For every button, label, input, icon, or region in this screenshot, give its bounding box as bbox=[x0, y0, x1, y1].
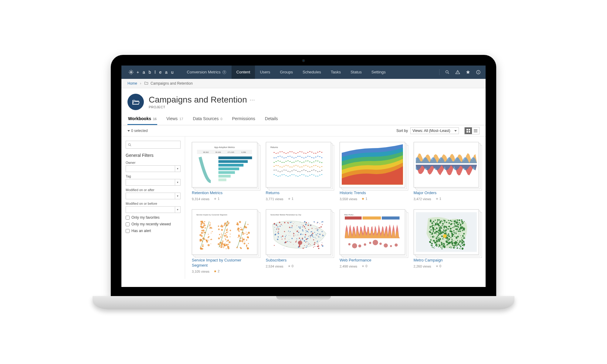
svg-point-530 bbox=[277, 232, 278, 233]
svg-point-872 bbox=[462, 223, 463, 224]
svg-point-496 bbox=[319, 234, 320, 235]
chevron-down-icon: ▾ bbox=[175, 193, 180, 199]
filter-tag-select[interactable]: ▾ bbox=[126, 179, 181, 186]
svg-point-221 bbox=[208, 240, 209, 241]
checkbox[interactable] bbox=[126, 229, 130, 233]
favorite-toggle[interactable]: ★ 1 bbox=[288, 197, 293, 201]
tab-views[interactable]: Views17 bbox=[166, 113, 184, 125]
svg-point-459 bbox=[305, 234, 306, 235]
svg-point-168 bbox=[291, 174, 292, 175]
list-view-button[interactable] bbox=[472, 127, 479, 134]
filter-mod-after-select[interactable]: ▾ bbox=[126, 193, 181, 199]
svg-point-503 bbox=[317, 233, 318, 234]
workbook-title[interactable]: Service Impact by Customer Segment bbox=[192, 258, 257, 268]
nav-item-content[interactable]: Content bbox=[232, 66, 255, 79]
svg-point-297 bbox=[226, 229, 228, 231]
favorite-toggle[interactable]: ★ 0 bbox=[361, 264, 367, 268]
nav-item-groups[interactable]: Groups bbox=[275, 66, 298, 79]
workbook-title[interactable]: Returns bbox=[266, 190, 331, 196]
filter-owner-select[interactable]: ▾ bbox=[126, 165, 181, 172]
nav-item-users[interactable]: Users bbox=[255, 66, 275, 79]
favorite-toggle[interactable]: ★ 1 bbox=[361, 197, 367, 201]
nav-item-settings[interactable]: Settings bbox=[367, 66, 391, 79]
info-icon[interactable] bbox=[476, 70, 481, 75]
svg-point-360 bbox=[243, 233, 244, 234]
workbook-card[interactable]: Historic Trends 3,558 views ★ 1 bbox=[340, 142, 405, 201]
thumbnail[interactable]: Subscriber Market Penetration by City bbox=[266, 209, 331, 255]
more-actions-button[interactable]: ⋯ bbox=[249, 96, 255, 103]
svg-point-115 bbox=[285, 165, 286, 166]
svg-point-202 bbox=[205, 228, 206, 229]
brand-logo[interactable]: + a b l e a u bbox=[121, 69, 181, 75]
workbook-card[interactable]: Service Impact by Customer Segment Servi… bbox=[192, 209, 257, 273]
svg-point-89 bbox=[283, 162, 284, 163]
nav-item-status[interactable]: Status bbox=[346, 66, 367, 79]
svg-point-198 bbox=[211, 244, 211, 244]
svg-rect-32 bbox=[219, 179, 226, 181]
workbook-card[interactable]: Subscriber Market Penetration by City Su… bbox=[266, 209, 331, 273]
thumbnail[interactable]: Returns bbox=[266, 142, 331, 187]
workbook-title[interactable]: Major Orders bbox=[414, 190, 479, 196]
thumbnail[interactable]: Web Perfor... bbox=[340, 209, 405, 255]
alert-icon[interactable] bbox=[455, 70, 460, 75]
grid-view-button[interactable] bbox=[465, 127, 472, 134]
svg-point-847 bbox=[459, 240, 460, 241]
thumbnail[interactable]: App-Adoption Metrics 98,36230,636271,325… bbox=[192, 142, 257, 187]
svg-point-36 bbox=[277, 153, 278, 153]
search-icon[interactable] bbox=[445, 70, 450, 75]
favorite-toggle[interactable]: ★ 1 bbox=[436, 197, 441, 201]
svg-point-515 bbox=[296, 241, 297, 241]
filter-recent-checkbox[interactable]: Only my recently viewed bbox=[126, 222, 181, 226]
workbook-card[interactable]: Returns Returns 3,771 views ★ 1 bbox=[266, 142, 331, 201]
thumbnail[interactable] bbox=[340, 142, 405, 187]
tab-details[interactable]: Details bbox=[264, 113, 279, 125]
selection-count[interactable]: 0 selected bbox=[127, 129, 148, 133]
filter-favorites-checkbox[interactable]: Only my favorites bbox=[126, 215, 181, 220]
workbook-title[interactable]: Metro Campaign bbox=[414, 258, 479, 263]
svg-point-528 bbox=[302, 234, 303, 235]
sort-select[interactable]: Views: All (Most–Least) bbox=[410, 127, 459, 134]
nav-item-schedules[interactable]: Schedules bbox=[298, 66, 326, 79]
thumbnail[interactable] bbox=[414, 209, 479, 255]
thumbnail[interactable] bbox=[414, 142, 479, 187]
site-picker[interactable]: Conversion Metrics ▾ bbox=[181, 70, 232, 74]
workbook-card[interactable]: Web Perfor... Web Performance 2,498 view… bbox=[340, 209, 405, 273]
tab-permissions[interactable]: Permissions bbox=[232, 113, 256, 125]
workbook-title[interactable]: Web Performance bbox=[340, 258, 405, 263]
favorite-toggle[interactable]: ★ 2 bbox=[214, 269, 219, 273]
filter-search-input[interactable] bbox=[126, 141, 181, 149]
svg-point-18 bbox=[128, 143, 131, 146]
svg-point-581 bbox=[384, 244, 388, 248]
svg-point-801 bbox=[457, 240, 458, 241]
svg-point-578 bbox=[369, 242, 371, 244]
favorite-toggle[interactable]: ★ 0 bbox=[436, 264, 441, 268]
filter-alert-checkbox[interactable]: Has an alert bbox=[126, 229, 181, 233]
tab-data-sources[interactable]: Data Sources0 bbox=[192, 113, 223, 125]
workbook-title[interactable]: Subscribers bbox=[266, 258, 331, 263]
workbook-card[interactable]: App-Adoption Metrics 98,36230,636271,325… bbox=[192, 142, 257, 201]
thumbnail[interactable]: Service Impact by Customer Segment bbox=[192, 209, 257, 255]
checkbox[interactable] bbox=[126, 222, 130, 226]
svg-point-518 bbox=[305, 224, 307, 225]
svg-point-825 bbox=[439, 230, 440, 231]
favorite-toggle[interactable]: ★ 0 bbox=[288, 264, 293, 268]
star-icon[interactable] bbox=[466, 70, 470, 75]
breadcrumb-home[interactable]: Home bbox=[127, 81, 137, 86]
svg-point-472 bbox=[308, 244, 309, 245]
filter-label-owner: Owner bbox=[126, 161, 181, 164]
tab-workbooks[interactable]: Workbooks16 bbox=[127, 113, 157, 125]
svg-point-504 bbox=[322, 234, 323, 235]
filter-mod-before-select[interactable]: ▾ bbox=[126, 206, 181, 213]
workbook-card[interactable]: Metro Campaign 2,260 views ★ 0 bbox=[414, 209, 479, 273]
workbook-card[interactable]: Major Orders 3,472 views ★ 1 bbox=[414, 142, 479, 201]
nav-item-tasks[interactable]: Tasks bbox=[326, 66, 346, 79]
svg-point-554 bbox=[322, 243, 323, 243]
workbook-title[interactable]: Historic Trends bbox=[340, 190, 405, 196]
svg-point-170 bbox=[295, 175, 296, 176]
workbook-title[interactable]: Retention Metrics bbox=[192, 190, 257, 196]
favorite-toggle[interactable]: ★ 1 bbox=[214, 197, 219, 201]
svg-point-118 bbox=[291, 167, 292, 167]
checkbox[interactable] bbox=[126, 216, 130, 220]
svg-point-911 bbox=[432, 225, 433, 226]
svg-point-776 bbox=[456, 220, 458, 221]
